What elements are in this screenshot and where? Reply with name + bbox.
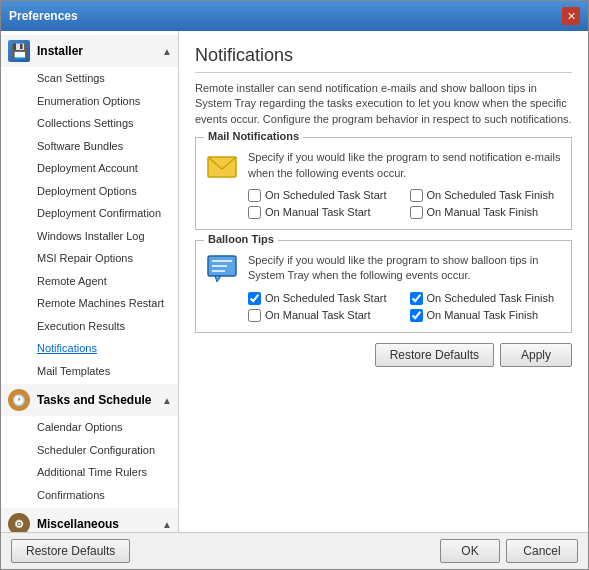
sidebar-section-header-installer[interactable]: 💾 Installer ▲ bbox=[1, 35, 178, 67]
mail-on-manual-finish-label: On Manual Task Finish bbox=[427, 206, 539, 218]
balloon-checkboxes: On Scheduled Task Start On Scheduled Tas… bbox=[248, 292, 561, 322]
mail-on-scheduled-start-label: On Scheduled Task Start bbox=[265, 189, 386, 201]
sidebar-item-software-bundles[interactable]: Software Bundles bbox=[1, 135, 178, 158]
installer-label: Installer bbox=[37, 44, 83, 58]
sidebar-item-calendar-options[interactable]: Calendar Options bbox=[1, 416, 178, 439]
balloon-on-scheduled-start-label: On Scheduled Task Start bbox=[265, 292, 386, 304]
misc-icon: ⚙ bbox=[7, 512, 31, 532]
ok-button[interactable]: OK bbox=[440, 539, 500, 563]
page-description: Remote installer can send notification e… bbox=[195, 81, 572, 127]
sidebar-section-tasks: 🕐 Tasks and Schedule ▲ Calendar Options … bbox=[1, 384, 178, 506]
chevron-up-icon-misc: ▲ bbox=[162, 519, 172, 530]
mail-on-scheduled-finish-label: On Scheduled Task Finish bbox=[427, 189, 555, 201]
mail-on-manual-finish-row[interactable]: On Manual Task Finish bbox=[410, 206, 562, 219]
sidebar-item-scheduler-configuration[interactable]: Scheduler Configuration bbox=[1, 439, 178, 462]
sidebar-item-enumeration-options[interactable]: Enumeration Options bbox=[1, 90, 178, 113]
preferences-dialog: Preferences ✕ 💾 Installer ▲ Scan Setting… bbox=[0, 0, 589, 570]
sidebar-item-confirmations[interactable]: Confirmations bbox=[1, 484, 178, 507]
sidebar: 💾 Installer ▲ Scan Settings Enumeration … bbox=[1, 31, 179, 532]
balloon-on-manual-finish-row[interactable]: On Manual Task Finish bbox=[410, 309, 562, 322]
sidebar-item-additional-time-rulers[interactable]: Additional Time Rulers bbox=[1, 461, 178, 484]
sidebar-section-header-tasks[interactable]: 🕐 Tasks and Schedule ▲ bbox=[1, 384, 178, 416]
mail-notifications-group: Mail Notifications Specify if you would … bbox=[195, 137, 572, 230]
mail-on-scheduled-finish-row[interactable]: On Scheduled Task Finish bbox=[410, 189, 562, 202]
dialog-body: 💾 Installer ▲ Scan Settings Enumeration … bbox=[1, 31, 588, 532]
sidebar-item-remote-machines-restart[interactable]: Remote Machines Restart bbox=[1, 292, 178, 315]
mail-notifications-inner: Specify if you would like the program to… bbox=[206, 150, 561, 219]
sidebar-item-msi-repair-options[interactable]: MSI Repair Options bbox=[1, 247, 178, 270]
bottom-bar: Restore Defaults OK Cancel bbox=[1, 532, 588, 569]
restore-defaults-button[interactable]: Restore Defaults bbox=[11, 539, 130, 563]
cancel-button[interactable]: Cancel bbox=[506, 539, 578, 563]
tasks-items: Calendar Options Scheduler Configuration… bbox=[1, 416, 178, 506]
balloon-tips-title: Balloon Tips bbox=[204, 233, 278, 245]
sidebar-section-header-misc[interactable]: ⚙ Miscellaneous ▲ bbox=[1, 508, 178, 532]
sidebar-item-deployment-confirmation[interactable]: Deployment Confirmation bbox=[1, 202, 178, 225]
sidebar-section-misc: ⚙ Miscellaneous ▲ General Settings E-mai… bbox=[1, 508, 178, 532]
tasks-label: Tasks and Schedule bbox=[37, 393, 152, 407]
title-bar: Preferences ✕ bbox=[1, 1, 588, 31]
balloon-on-manual-start-checkbox[interactable] bbox=[248, 309, 261, 322]
mail-on-scheduled-start-row[interactable]: On Scheduled Task Start bbox=[248, 189, 400, 202]
restore-defaults-button-inline[interactable]: Restore Defaults bbox=[375, 343, 494, 367]
dialog-title: Preferences bbox=[9, 9, 78, 23]
mail-on-scheduled-start-checkbox[interactable] bbox=[248, 189, 261, 202]
tasks-icon: 🕐 bbox=[7, 388, 31, 412]
balloon-tips-group: Balloon Tips Specify if you would like t… bbox=[195, 240, 572, 333]
chevron-up-icon: ▲ bbox=[162, 46, 172, 57]
sidebar-item-deployment-options[interactable]: Deployment Options bbox=[1, 180, 178, 203]
balloon-on-scheduled-start-checkbox[interactable] bbox=[248, 292, 261, 305]
balloon-on-manual-finish-checkbox[interactable] bbox=[410, 309, 423, 322]
sidebar-item-collections-settings[interactable]: Collections Settings bbox=[1, 112, 178, 135]
balloon-on-manual-finish-label: On Manual Task Finish bbox=[427, 309, 539, 321]
main-content: Notifications Remote installer can send … bbox=[179, 31, 588, 532]
sidebar-item-windows-installer-log[interactable]: Windows Installer Log bbox=[1, 225, 178, 248]
sidebar-section-installer: 💾 Installer ▲ Scan Settings Enumeration … bbox=[1, 35, 178, 382]
installer-icon: 💾 bbox=[7, 39, 31, 63]
mail-notifications-title: Mail Notifications bbox=[204, 130, 303, 142]
sidebar-item-deployment-account[interactable]: Deployment Account bbox=[1, 157, 178, 180]
balloon-tips-content: Specify if you would like the program to… bbox=[248, 253, 561, 322]
mail-checkboxes: On Scheduled Task Start On Scheduled Tas… bbox=[248, 189, 561, 219]
balloon-on-scheduled-finish-row[interactable]: On Scheduled Task Finish bbox=[410, 292, 562, 305]
mail-on-manual-start-checkbox[interactable] bbox=[248, 206, 261, 219]
balloon-on-scheduled-finish-label: On Scheduled Task Finish bbox=[427, 292, 555, 304]
installer-items: Scan Settings Enumeration Options Collec… bbox=[1, 67, 178, 382]
envelope-icon bbox=[206, 150, 238, 182]
chevron-up-icon-tasks: ▲ bbox=[162, 395, 172, 406]
mail-on-manual-start-label: On Manual Task Start bbox=[265, 206, 371, 218]
misc-label: Miscellaneous bbox=[37, 517, 119, 531]
sidebar-item-mail-templates[interactable]: Mail Templates bbox=[1, 360, 178, 383]
balloon-on-scheduled-start-row[interactable]: On Scheduled Task Start bbox=[248, 292, 400, 305]
close-button[interactable]: ✕ bbox=[562, 7, 580, 25]
mail-notifications-desc: Specify if you would like the program to… bbox=[248, 150, 561, 181]
sidebar-item-execution-results[interactable]: Execution Results bbox=[1, 315, 178, 338]
mail-on-manual-start-row[interactable]: On Manual Task Start bbox=[248, 206, 400, 219]
mail-notifications-content: Specify if you would like the program to… bbox=[248, 150, 561, 219]
sidebar-item-notifications[interactable]: Notifications bbox=[1, 337, 178, 360]
balloon-tips-inner: Specify if you would like the program to… bbox=[206, 253, 561, 322]
bottom-bar-left: Restore Defaults bbox=[11, 539, 130, 563]
apply-button-inline[interactable]: Apply bbox=[500, 343, 572, 367]
svg-marker-5 bbox=[215, 276, 221, 282]
mail-on-scheduled-finish-checkbox[interactable] bbox=[410, 189, 423, 202]
balloon-icon bbox=[206, 253, 238, 285]
balloon-on-scheduled-finish-checkbox[interactable] bbox=[410, 292, 423, 305]
page-title: Notifications bbox=[195, 45, 572, 73]
sidebar-item-remote-agent[interactable]: Remote Agent bbox=[1, 270, 178, 293]
balloon-tips-desc: Specify if you would like the program to… bbox=[248, 253, 561, 284]
sidebar-item-scan-settings[interactable]: Scan Settings bbox=[1, 67, 178, 90]
balloon-on-manual-start-row[interactable]: On Manual Task Start bbox=[248, 309, 400, 322]
mail-on-manual-finish-checkbox[interactable] bbox=[410, 206, 423, 219]
balloon-on-manual-start-label: On Manual Task Start bbox=[265, 309, 371, 321]
